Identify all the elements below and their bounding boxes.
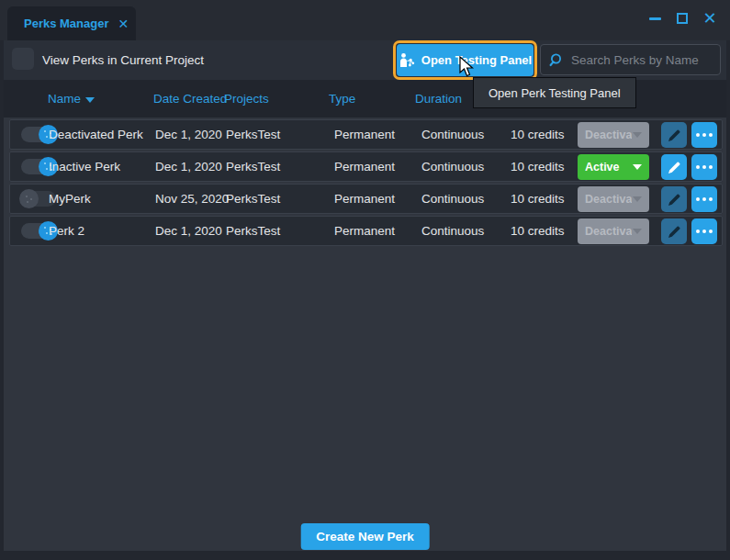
search-box [540,44,721,75]
perk-row: Inactive Perk Dec 1, 2020 PerksTest Perm… [9,151,723,182]
perk-project-cell: PerksTest [226,120,280,149]
perk-status-dropdown[interactable]: Active [578,154,649,180]
sort-desc-icon [85,97,95,103]
minimize-button[interactable] [647,11,662,26]
perk-status-dropdown[interactable]: Deactiva [578,122,649,148]
edit-perk-button[interactable] [661,186,687,212]
column-header-type[interactable]: Type [329,80,355,118]
window-controls: ✕ [647,11,717,26]
chevron-down-icon [633,229,642,234]
view-perks-checkbox[interactable] [12,48,34,70]
more-options-button[interactable] [691,154,717,180]
perk-name-cell: MyPerk [49,185,91,213]
chevron-down-icon [633,132,642,138]
perk-name-cell: Deactivated Perk [49,120,143,149]
tooltip-text: Open Perk Testing Panel [489,86,621,100]
perks-manager-window: Deactivated Perk Dec 1, 2020 PerksTest P… [0,0,730,560]
open-testing-panel-label: Open Testing Panel [421,53,532,67]
tooltip: Open Perk Testing Panel [473,77,636,108]
window-frame-right [726,40,730,560]
perk-type-cell: Permanent [334,152,395,181]
perk-name-cell: Perk 2 [49,217,84,245]
perk-row: Deactivated Perk Dec 1, 2020 PerksTest P… [9,119,723,150]
column-header-date-created[interactable]: Date Created [153,80,227,118]
perk-cost-cell: 10 credits [511,120,565,149]
perk-date-cell: Dec 1, 2020 [155,152,222,181]
view-perks-checkbox-label: View Perks in Current Project [42,40,204,80]
pencil-icon [668,161,681,174]
perk-duration-cell: Continuous [421,217,484,245]
toolbar: View Perks in Current Project Open Testi… [0,40,730,80]
ellipsis-icon [696,197,700,201]
edit-perk-button[interactable] [661,218,687,244]
perk-status-dropdown[interactable]: Deactiva [578,218,649,244]
tab-title: Perks Manager [24,17,109,30]
perk-project-cell: PerksTest [226,152,280,181]
tab-perks-manager[interactable]: Perks Manager ✕ [7,6,136,40]
toggle-knob-globe-icon [19,189,39,208]
create-new-perk-button[interactable]: Create New Perk [300,523,430,550]
perk-project-cell: PerksTest [226,217,280,245]
perk-type-cell: Permanent [334,120,395,149]
mouse-cursor [459,56,475,78]
column-header-projects[interactable]: Projects [224,80,269,118]
ellipsis-icon [696,165,700,169]
window-frame-bottom [0,551,730,560]
perk-type-cell: Permanent [334,185,395,213]
perk-row: Perk 2 Dec 1, 2020 PerksTest Permanent C… [9,216,723,246]
pencil-icon [668,129,681,142]
perk-cost-cell: 10 credits [511,185,565,213]
perk-duration-cell: Continuous [421,185,484,213]
search-icon [549,52,565,68]
more-options-button[interactable] [691,122,717,148]
tab-close-icon[interactable]: ✕ [118,17,129,30]
edit-perk-button[interactable] [661,122,687,148]
column-header-duration[interactable]: Duration [415,80,462,118]
more-options-button[interactable] [691,186,717,212]
pencil-icon [668,225,681,239]
window-frame-left [0,40,4,560]
title-bar: Perks Manager ✕ ✕ [0,0,730,40]
close-button[interactable]: ✕ [702,11,717,26]
perk-duration-cell: Continuous [421,120,484,149]
testing-panel-icon [399,52,415,69]
perk-date-cell: Dec 1, 2020 [155,217,222,245]
chevron-down-icon [633,196,642,202]
more-options-button[interactable] [691,218,717,244]
perk-duration-cell: Continuous [421,152,484,181]
ellipsis-icon [696,230,700,233]
perk-date-cell: Dec 1, 2020 [155,120,222,149]
perk-status-dropdown[interactable]: Deactiva [578,186,649,212]
ellipsis-icon [696,133,700,137]
chevron-down-icon [633,164,642,170]
column-header-name[interactable]: Name [48,80,95,118]
perk-project-cell: PerksTest [226,185,280,213]
search-input[interactable] [571,53,709,67]
perk-date-cell: Nov 25, 2020 [155,185,229,213]
maximize-button[interactable] [675,11,690,26]
edit-perk-button[interactable] [661,154,687,180]
perk-cost-cell: 10 credits [511,152,565,181]
perk-row: MyPerk Nov 25, 2020 PerksTest Permanent … [9,184,723,214]
perk-name-cell: Inactive Perk [49,152,120,181]
perk-type-cell: Permanent [334,217,395,245]
perk-cost-cell: 10 credits [511,217,565,245]
pencil-icon [668,193,681,207]
